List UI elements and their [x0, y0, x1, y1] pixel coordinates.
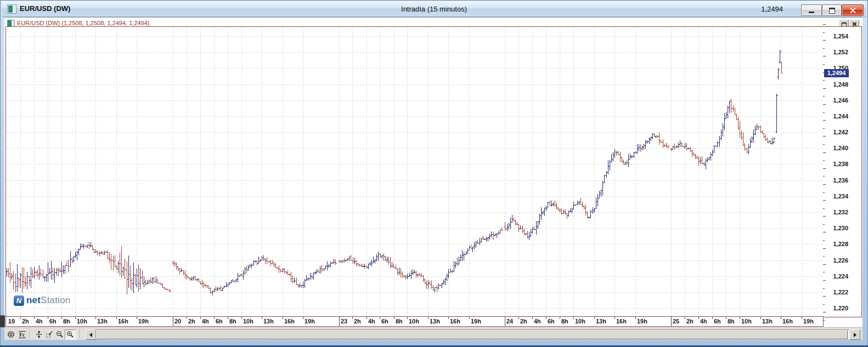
time-axis-hour-label: 16h [782, 317, 793, 326]
time-axis-tick [380, 317, 380, 319]
indicator-icon[interactable]: Fc [16, 329, 28, 340]
time-axis-tick [95, 317, 96, 319]
price-axis-major-tick [823, 88, 826, 89]
time-axis-tick [394, 317, 394, 319]
time-axis-hour-label: 2h [188, 317, 195, 326]
time-axis-hour-label: 6h [714, 317, 721, 326]
price-axis-minor-tick [823, 256, 825, 257]
time-axis-tick [137, 317, 137, 319]
time-axis-tick [615, 317, 615, 319]
time-axis-hour-label: 16h [118, 317, 128, 326]
price-axis-major-tick [823, 40, 826, 41]
time-axis-hour-label: 8h [396, 317, 403, 326]
time-axis-hour-label: 2h [520, 317, 527, 326]
price-axis-major-tick [823, 232, 826, 232]
horizontal-scrollbar[interactable] [86, 329, 860, 339]
time-axis-hour-label: 13h [596, 317, 606, 326]
zoom-out-icon[interactable] [54, 329, 66, 340]
time-axis-tick [116, 317, 117, 319]
time-axis-day-label: 23 [341, 317, 347, 326]
world-icon[interactable] [5, 329, 17, 340]
time-axis-hour-label: 19h [637, 317, 647, 326]
time-axis-tick [48, 317, 48, 319]
time-axis-hour-label: 2h [354, 317, 361, 326]
time-axis-hour-label: 4h [36, 317, 43, 326]
scrollbar-thumb[interactable] [96, 330, 848, 339]
price-axis-label: 1,224 [826, 272, 848, 280]
time-axis-hour-label: 19h [138, 317, 149, 326]
scroll-right-arrow[interactable] [849, 329, 860, 340]
autoscale-icon[interactable] [33, 329, 45, 340]
time-axis-tick [283, 317, 283, 319]
time-axis-hour-label: 19h [803, 317, 814, 326]
chart-plot-frame: N net Station [5, 26, 824, 317]
time-axis-tick [802, 317, 802, 319]
time-axis-hour-label: 19h [471, 317, 481, 326]
price-axis-label: 1,242 [826, 128, 848, 136]
price-axis-major-tick [823, 312, 826, 312]
time-axis-tick [200, 317, 201, 319]
price-axis-major-tick [823, 200, 826, 201]
time-axis-day-label: 19 [8, 317, 15, 326]
close-button[interactable] [842, 4, 864, 16]
zoom-in-icon[interactable] [65, 329, 76, 340]
zoom-box-icon[interactable] [44, 329, 55, 340]
price-axis-major-tick [823, 248, 826, 249]
time-axis-hour-label: 2h [686, 317, 694, 326]
price-axis-minor-tick [823, 272, 825, 272]
time-axis-hour-label: 13h [430, 317, 440, 326]
price-axis-minor-tick [823, 112, 825, 113]
time-axis-day-label: 24 [506, 317, 513, 326]
toolbar-separator [29, 329, 30, 338]
time-axis-tick [712, 317, 713, 319]
time-axis-tick [726, 317, 726, 319]
time-axis-tick [228, 317, 228, 319]
scroll-left-arrow[interactable] [86, 329, 97, 340]
titlebar-price: 1,2494 [761, 5, 783, 13]
time-axis-hour-label: 10h [741, 317, 752, 326]
title-bar[interactable]: EUR/USD (DW) Intradía (15 minutos) 1,249… [2, 1, 866, 17]
price-axis-label: 1,222 [826, 288, 848, 296]
price-axis-major-tick [823, 24, 826, 25]
time-axis-tick [594, 317, 595, 319]
time-axis[interactable]: 192h4h6h8h10h13h16h19h202h4h6h8h10h13h16… [5, 317, 824, 327]
chart-window: EUR/USD (DW) (1,2508, 1,2508, 1,2494, 1,… [4, 17, 863, 339]
time-axis-hour-label: 4h [202, 317, 209, 326]
frame-resize-notch [0, 315, 5, 327]
price-axis-minor-tick [823, 80, 825, 81]
time-axis-tick [214, 317, 215, 319]
price-axis-major-tick [823, 216, 826, 217]
price-axis-minor-tick [823, 240, 825, 241]
price-axis-label: 1,232 [826, 208, 848, 216]
price-axis[interactable]: 1,2541,2521,2501,2481,2461,2441,2421,240… [823, 26, 862, 317]
price-axis-label: 1,220 [826, 304, 848, 312]
price-axis-major-tick [823, 104, 826, 105]
time-axis-hour-label: 4h [700, 317, 707, 326]
price-axis-major-tick [823, 136, 826, 136]
price-axis-label: 1,248 [826, 81, 848, 88]
time-axis-hour-label: 16h [284, 317, 295, 326]
time-axis-tick [469, 317, 470, 319]
time-axis-hour-label: 6h [548, 317, 555, 326]
time-axis-tick [635, 317, 636, 319]
time-axis-hour-label: 8h [728, 317, 735, 326]
minimize-button[interactable] [801, 4, 822, 16]
price-axis-label: 1,254 [826, 32, 848, 40]
time-axis-hour-label: 8h [229, 317, 236, 326]
price-axis-major-tick [823, 296, 826, 297]
time-axis-tick [781, 317, 781, 319]
time-axis-tick [407, 317, 408, 319]
time-axis-hour-label: 13h [762, 317, 773, 326]
price-axis-minor-tick [823, 64, 825, 65]
time-axis-tick [428, 317, 429, 319]
time-axis-hour-label: 16h [450, 317, 460, 326]
restore-button[interactable] [822, 4, 842, 16]
price-axis-minor-tick [823, 96, 825, 96]
price-axis-major-tick [823, 152, 826, 153]
time-axis-tick [352, 317, 353, 319]
time-axis-hour-label: 8h [561, 317, 568, 326]
chart-plot-area[interactable] [6, 27, 823, 317]
price-axis-label: 1,230 [826, 224, 848, 232]
price-axis-label: 1,236 [826, 177, 848, 184]
time-axis-tick [34, 317, 35, 319]
